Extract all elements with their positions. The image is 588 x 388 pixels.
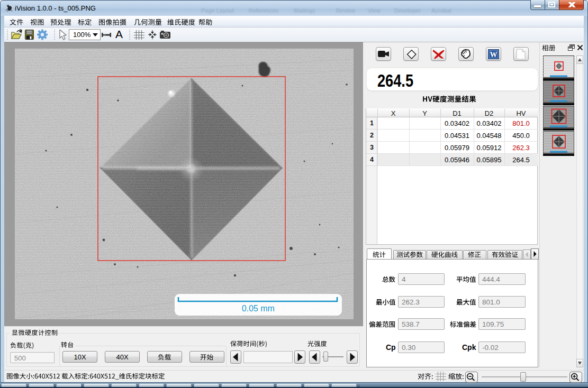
svg-text:264.5: 264.5 xyxy=(377,70,413,90)
svg-text:W: W xyxy=(490,51,497,59)
svg-text:0.05 mm: 0.05 mm xyxy=(242,304,275,313)
